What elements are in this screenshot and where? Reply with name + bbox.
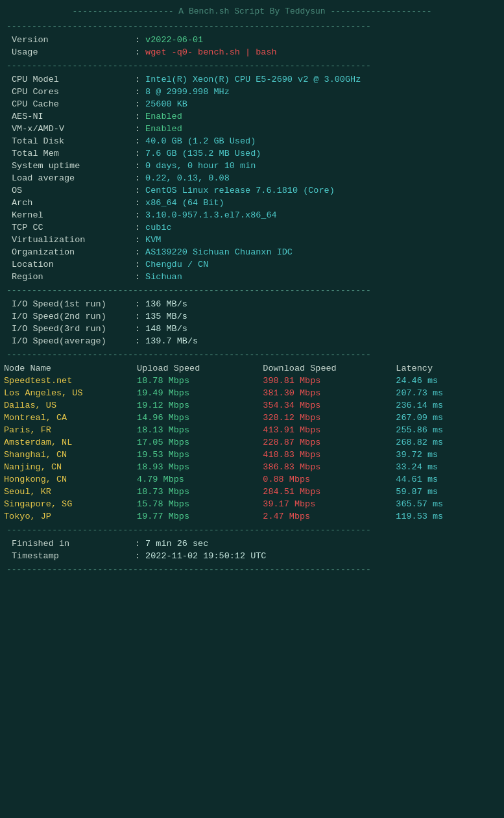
cpu-cores-row: CPU Cores : 8 @ 2999.998 MHz [0,86,504,98]
total-mem-label: Total Mem [12,149,135,158]
speedtest-latency: 236.14 ms [392,399,504,412]
speedtest-download: 228.87 Mbps [259,436,392,449]
location-colon: : [135,260,140,269]
speedtest-latency: 268.82 ms [392,436,504,449]
cpu-cache-label: CPU Cache [12,99,135,109]
speedtest-table: Node Name Upload Speed Download Speed La… [0,362,504,523]
io-run3-colon: : [135,324,140,334]
speedtest-upload: 4.79 Mbps [133,473,259,486]
speedtest-upload: 15.78 Mbps [133,498,259,510]
load-value: 0.22, 0.13, 0.08 [145,173,230,183]
version-value: v2022-06-01 [145,35,203,45]
io-run1-label: I/O Speed(1st run) [12,299,135,309]
finished-label: Finished in [12,539,135,549]
timestamp-label: Timestamp [12,551,135,561]
tcp-colon: : [135,223,140,232]
speedtest-node: Shanghai, CN [0,449,133,461]
finished-row: Finished in : 7 min 26 sec [0,538,504,550]
speedtest-download: 2.47 Mbps [259,510,392,523]
location-label: Location [12,260,135,269]
speedtest-row: Los Angeles, US19.49 Mbps381.30 Mbps207.… [0,387,504,399]
speedtest-download: 39.17 Mbps [259,498,392,510]
total-mem-row: Total Mem : 7.6 GB (135.2 MB Used) [0,147,504,160]
os-label: OS [12,186,135,195]
io-avg-colon: : [135,336,140,346]
speedtest-download: 398.81 Mbps [259,375,392,387]
io-run3-row: I/O Speed(3rd run) : 148 MB/s [0,323,504,335]
version-label: Version [12,35,135,45]
speedtest-download: 386.83 Mbps [259,461,392,473]
col-upload-header: Upload Speed [133,362,259,375]
timestamp-colon: : [135,551,140,561]
finished-value: 7 min 26 sec [145,539,208,549]
col-download-header: Download Speed [259,362,392,375]
arch-row: Arch : x86_64 (64 Bit) [0,197,504,209]
usage-colon: : [135,47,140,57]
org-row: Organization : AS139220 Sichuan Chuanxn … [0,246,504,258]
uptime-row: System uptime : 0 days, 0 hour 10 min [0,160,504,172]
uptime-label: System uptime [12,161,135,171]
speedtest-node: Hongkong, CN [0,473,133,486]
speedtest-node: Montreal, CA [0,412,133,424]
speedtest-row: Paris, FR18.13 Mbps413.91 Mbps255.86 ms [0,424,504,436]
speedtest-row: Amsterdam, NL17.05 Mbps228.87 Mbps268.82… [0,436,504,449]
usage-row: Usage : wget -q0- bench.sh | bash [0,46,504,58]
version-colon: : [135,35,140,45]
speedtest-row: Hongkong, CN4.79 Mbps0.88 Mbps44.61 ms [0,473,504,486]
col-latency-header: Latency [392,362,504,375]
speedtest-upload: 19.53 Mbps [133,449,259,461]
cpu-model-colon: : [135,75,140,84]
speedtest-upload: 14.96 Mbps [133,412,259,424]
cpu-model-value: Intel(R) Xeon(R) CPU E5-2690 v2 @ 3.00GH… [145,75,361,84]
total-mem-value: 7.6 GB (135.2 MB Used) [145,149,261,158]
load-label: Load average [12,173,135,183]
speedtest-latency: 44.61 ms [392,473,504,486]
virt-colon: : [135,235,140,245]
speedtest-row: Singapore, SG15.78 Mbps39.17 Mbps365.57 … [0,498,504,510]
speedtest-node: Tokyo, JP [0,510,133,523]
io-avg-row: I/O Speed(average) : 139.7 MB/s [0,335,504,347]
location-value: Chengdu / CN [145,260,208,269]
io-run2-colon: : [135,312,140,321]
speedtest-header-row: Node Name Upload Speed Download Speed La… [0,362,504,375]
region-colon: : [135,272,140,282]
speedtest-upload: 18.73 Mbps [133,486,259,498]
location-row: Location : Chengdu / CN [0,258,504,271]
total-disk-row: Total Disk : 40.0 GB (1.2 GB Used) [0,135,504,147]
speedtest-row: Nanjing, CN18.93 Mbps386.83 Mbps33.24 ms [0,461,504,473]
region-row: Region : Sichuan [0,271,504,283]
speedtest-upload: 17.05 Mbps [133,436,259,449]
speedtest-download: 381.30 Mbps [259,387,392,399]
speedtest-row: Tokyo, JP19.77 Mbps2.47 Mbps119.53 ms [0,510,504,523]
timestamp-row: Timestamp : 2022-11-02 19:50:12 UTC [0,550,504,562]
speedtest-latency: 33.24 ms [392,461,504,473]
total-disk-label: Total Disk [12,136,135,146]
cpu-model-row: CPU Model : Intel(R) Xeon(R) CPU E5-2690… [0,73,504,86]
speedtest-latency: 24.46 ms [392,375,504,387]
arch-value: x86_64 (64 Bit) [145,198,224,208]
arch-colon: : [135,198,140,208]
speedtest-row: Dallas, US19.12 Mbps354.34 Mbps236.14 ms [0,399,504,412]
virt-value: KVM [145,235,161,245]
cpu-cores-colon: : [135,87,140,97]
org-colon: : [135,247,140,257]
speedtest-row: Shanghai, CN19.53 Mbps418.83 Mbps39.72 m… [0,449,504,461]
tcp-row: TCP CC : cubic [0,221,504,234]
divider-3: ----------------------------------------… [0,347,504,362]
speedtest-upload: 18.78 Mbps [133,375,259,387]
kernel-value: 3.10.0-957.1.3.el7.x86_64 [145,210,277,220]
cpu-cores-label: CPU Cores [12,87,135,97]
aes-ni-colon: : [135,112,140,121]
io-run2-label: I/O Speed(2nd run) [12,312,135,321]
divider-1: ----------------------------------------… [0,58,504,73]
speedtest-node: Dallas, US [0,399,133,412]
kernel-label: Kernel [12,210,135,220]
col-node-header: Node Name [0,362,133,375]
io-run2-row: I/O Speed(2nd run) : 135 MB/s [0,310,504,323]
speedtest-row: Montreal, CA14.96 Mbps328.12 Mbps267.09 … [0,412,504,424]
speedtest-download: 354.34 Mbps [259,399,392,412]
usage-value: wget -q0- bench.sh | bash [145,47,277,57]
divider-5: ----------------------------------------… [0,562,504,577]
io-run1-colon: : [135,299,140,309]
speedtest-latency: 59.87 ms [392,486,504,498]
